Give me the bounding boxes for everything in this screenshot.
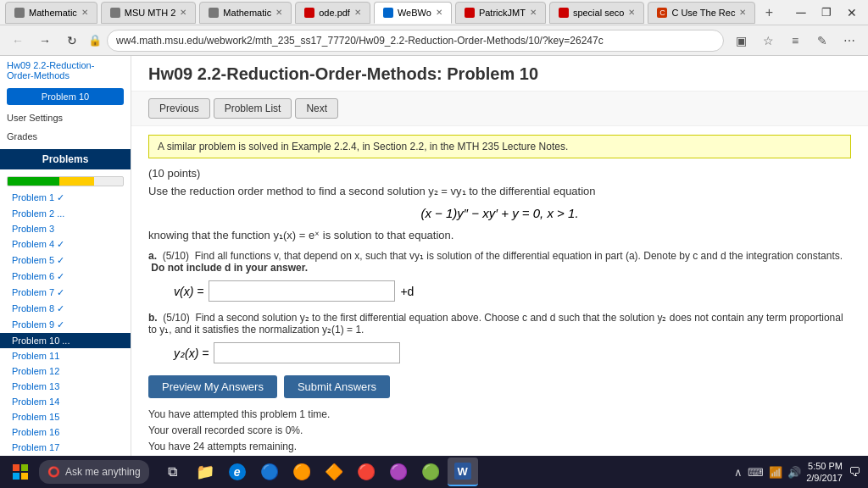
restore-button[interactable]: ❐ (815, 2, 837, 24)
sidebar-user-settings[interactable]: User Settings (0, 108, 131, 127)
notification-icon: 🗨 (849, 465, 860, 479)
sidebar-breadcrumb[interactable]: Hw09 2.2-Reduction- Order-Methods (0, 56, 131, 85)
tab-ode-pdf[interactable]: ode.pdf ✕ (295, 2, 370, 24)
wifi-icon[interactable]: 📶 (769, 466, 782, 479)
preview-my-answers-button[interactable]: Preview My Answers (148, 375, 277, 398)
tab-close-1[interactable]: ✕ (81, 8, 88, 17)
problem-intro: Use the reduction order method to find a… (148, 185, 851, 197)
knowing-text: knowing that the function y₁(x) = eˣ is … (148, 229, 851, 241)
search-icon: ⭕ (47, 466, 60, 478)
tab-webwork[interactable]: WeBWo ✕ (374, 2, 452, 24)
tab-close-5[interactable]: ✕ (436, 8, 442, 17)
next-button[interactable]: Next (295, 98, 338, 119)
taskbar-word[interactable]: W (448, 458, 478, 486)
tab-close-8[interactable]: ✕ (739, 8, 746, 17)
address-input[interactable] (107, 30, 724, 52)
part-a-input-row: v(x) = +d (174, 280, 851, 302)
refresh-button[interactable]: ↻ (61, 30, 83, 52)
sidebar-item-problem-11[interactable]: Problem 11 (0, 348, 131, 363)
main-content: Hw09 2.2-Reduction-Order-Methods: Proble… (131, 56, 868, 456)
tab-close-7[interactable]: ✕ (628, 8, 635, 17)
sidebar-item-problem-16[interactable]: Problem 16 (0, 424, 131, 440)
bookmark-button[interactable]: ☆ (756, 29, 780, 53)
part-a-header: a. (5/10) Find all functions v, that dep… (148, 250, 851, 274)
tab-close-6[interactable]: ✕ (530, 8, 537, 17)
taskbar-app-4[interactable]: 🔴 (351, 458, 381, 486)
notification-button[interactable]: 🗨 (848, 458, 861, 486)
sidebar-item-problem-8[interactable]: Problem 8 ✓ (0, 301, 131, 317)
sidebar-problem-list: Problem 1 ✓ Problem 2 ... Problem 3 Prob… (0, 190, 131, 455)
new-tab-button[interactable]: + (759, 3, 779, 23)
sidebar-item-problem-4[interactable]: Problem 4 ✓ (0, 236, 131, 252)
minimize-button[interactable]: ─ (790, 2, 812, 24)
sidebar-item-problem-10[interactable]: Problem 10 ... (0, 333, 131, 348)
part-a-points: (5/10) (163, 250, 189, 262)
sidebar-item-problem-17[interactable]: Problem 17 (0, 440, 131, 455)
browser-menu-button[interactable]: ≡ (783, 29, 807, 53)
sidebar-item-problem-15[interactable]: Problem 15 (0, 409, 131, 424)
sidebar-grades[interactable]: Grades (0, 127, 131, 146)
taskbar-app-5[interactable]: 🟣 (383, 458, 414, 486)
chevron-up-icon[interactable]: ∧ (734, 466, 743, 479)
sidebar-item-problem-9[interactable]: Problem 9 ✓ (0, 317, 131, 333)
clock-date: 2/9/2017 (806, 472, 843, 484)
problem-list-button[interactable]: Problem List (214, 98, 292, 119)
submit-answers-button[interactable]: Submit Answers (284, 375, 390, 398)
points-label: (10 points) (148, 167, 851, 180)
back-button[interactable]: ← (7, 30, 29, 52)
previous-button[interactable]: Previous (148, 98, 210, 119)
part-b-answer-input[interactable] (214, 342, 400, 363)
tab-mathematic-3[interactable]: Mathematic ✕ (199, 2, 292, 24)
hub-button[interactable]: ✎ (810, 29, 834, 53)
part-a-answer-input[interactable] (209, 280, 395, 302)
sidebar-item-problem-3[interactable]: Problem 3 (0, 221, 131, 236)
tab-mathematic-1[interactable]: Mathematic ✕ (5, 2, 97, 24)
start-button[interactable] (3, 458, 37, 486)
tab-close-2[interactable]: ✕ (180, 8, 186, 17)
volume-icon[interactable]: 🔊 (787, 466, 801, 479)
tab-close-3[interactable]: ✕ (275, 8, 282, 17)
part-a-note: Do not include d in your answer. (151, 262, 308, 274)
sidebar-item-problem-1[interactable]: Problem 1 ✓ (0, 190, 131, 206)
tab-label-5: WeBWo (398, 8, 431, 18)
sidebar-item-problem-13[interactable]: Problem 13 (0, 379, 131, 394)
tab-msu-mth2[interactable]: MSU MTH 2 ✕ (101, 2, 197, 24)
taskbar-app-6[interactable]: 🟢 (415, 458, 446, 486)
keyboard-icon[interactable]: ⌨ (748, 466, 764, 479)
more-button[interactable]: ⋯ (837, 29, 861, 53)
page-content: Hw09 2.2-Reduction- Order-Methods Proble… (0, 56, 868, 456)
attempt-line-1: You have attempted this problem 1 time. (148, 407, 851, 423)
sidebar-item-problem-7[interactable]: Problem 7 ✓ (0, 285, 131, 301)
sidebar-item-problem-14[interactable]: Problem 14 (0, 394, 131, 409)
task-view-icon: ⧉ (168, 464, 177, 480)
taskbar: ⭕ Ask me anything ⧉ 📁 e 🔵 🟠 🔶 🔴 🟣 🟢 (0, 456, 868, 488)
sidebar-item-problem-5[interactable]: Problem 5 ✓ (0, 252, 131, 269)
forward-button[interactable]: → (34, 30, 56, 52)
breadcrumb-line1: Hw09 2.2-Reduction- (7, 60, 94, 70)
sidebar-problem-10-btn[interactable]: Problem 10 (7, 88, 124, 105)
taskbar-app-1[interactable]: 🔵 (254, 458, 285, 486)
taskbar-search[interactable]: ⭕ Ask me anything (39, 460, 149, 484)
sidebar-item-problem-6[interactable]: Problem 6 ✓ (0, 269, 131, 285)
tab-special-seco[interactable]: special seco ✕ (549, 2, 645, 24)
taskbar-clock[interactable]: 5:50 PM 2/9/2017 (806, 460, 843, 485)
attempt-info: You have attempted this problem 1 time. … (148, 407, 851, 456)
taskbar-app-2[interactable]: 🟠 (287, 458, 317, 486)
taskbar-file-explorer[interactable]: 📁 (190, 458, 220, 486)
tab-use-the-rec[interactable]: C C Use The Rec ✕ (648, 2, 755, 24)
sidebar-item-problem-12[interactable]: Problem 12 (0, 363, 131, 379)
taskbar-edge[interactable]: e (222, 458, 253, 486)
close-button[interactable]: ✕ (841, 2, 863, 24)
problem-body: A similar problem is solved in Example 2… (131, 126, 868, 456)
tab-patrickjmt[interactable]: PatrickJMT ✕ (455, 2, 546, 24)
progress-bar (7, 176, 124, 186)
tab-close-4[interactable]: ✕ (354, 8, 361, 17)
taskbar-app-3[interactable]: 🔶 (319, 458, 349, 486)
attempt-line-3: You have 24 attempts remaining. (148, 439, 851, 455)
reader-view-button[interactable]: ▣ (729, 29, 753, 53)
app-6-icon: 🟢 (421, 463, 440, 481)
part-a-prefix: v(x) = (174, 285, 203, 298)
sidebar-item-problem-2[interactable]: Problem 2 ... (0, 206, 131, 221)
edge-icon: e (229, 463, 246, 480)
taskbar-task-view[interactable]: ⧉ (158, 458, 188, 486)
